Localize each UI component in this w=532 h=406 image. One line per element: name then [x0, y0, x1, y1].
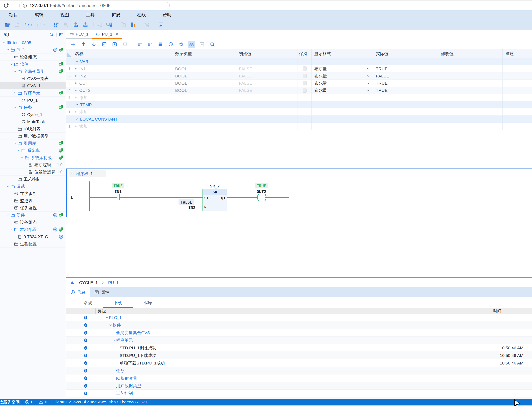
var-init-cell[interactable]: FALSE — [236, 80, 298, 87]
upload-icon[interactable] — [82, 21, 89, 28]
block-instance-name[interactable]: SR_2 — [203, 184, 227, 188]
network-header[interactable]: 程序段 1 — [69, 170, 106, 177]
var-type-cell[interactable]: BOOL — [172, 72, 236, 80]
add-variable-row[interactable]: 1添加 — [66, 123, 532, 130]
display-format-select[interactable]: 布尔量 — [312, 65, 373, 72]
coil-icon[interactable] — [256, 193, 268, 201]
var-init-cell[interactable]: FALSE — [236, 87, 298, 94]
tree-item--[interactable]: 硬件 — [0, 212, 66, 219]
chevron-down-icon[interactable] — [366, 89, 370, 92]
var-group-temp[interactable]: TEMP — [66, 101, 532, 108]
export-icon[interactable] — [111, 41, 118, 48]
tree-item-io-[interactable]: IO映射表 — [0, 125, 66, 132]
col-name[interactable]: 名称 — [72, 49, 172, 58]
breadcrumb-pu-1[interactable]: PU_1 — [108, 280, 119, 285]
var-type-cell[interactable]: BOOL — [172, 87, 236, 94]
add-variable-cell[interactable]: 添加 — [72, 94, 172, 101]
col-retain[interactable]: 保持 — [298, 49, 312, 58]
breadcrumb-cycle-1[interactable]: CYCLE_1 — [79, 280, 98, 285]
group-label-cell[interactable]: TEMP — [72, 101, 172, 108]
download-icon[interactable] — [73, 21, 79, 28]
info-row[interactable]: 用户数据类型 — [66, 382, 532, 390]
info-row[interactable]: 任务 — [66, 367, 532, 374]
menu-project[interactable]: 项目 — [9, 12, 18, 18]
delete-row-icon[interactable] — [146, 41, 153, 48]
compile-icon[interactable] — [53, 21, 59, 28]
tree-item-gvs-[interactable]: GVS一览表 — [0, 75, 66, 82]
col-datatype[interactable]: 数据类型 — [172, 49, 236, 58]
chevron-down-icon[interactable] — [109, 323, 112, 327]
info-row-label[interactable]: 全局变量集合GVS — [116, 330, 150, 335]
tree-item--[interactable]: 调试 — [0, 183, 66, 190]
subtab-compile[interactable]: 编译 — [133, 297, 163, 308]
tab-plc-1[interactable]: PLC_1 — [66, 30, 92, 39]
contact-operand[interactable]: IN1 — [112, 189, 124, 194]
retain-checkbox[interactable] — [298, 80, 312, 87]
sr-function-block[interactable]: SR S1 Q1 R — [203, 189, 227, 211]
modify-value-cell[interactable] — [438, 87, 503, 94]
chevron-down-icon[interactable] — [2, 41, 6, 44]
add-variable-cell[interactable]: 添加 — [72, 108, 172, 116]
info-row-label[interactable]: PLC_1 — [109, 315, 122, 320]
var-name-cell[interactable]: OUT — [72, 80, 172, 87]
chevron-down-icon[interactable] — [13, 70, 17, 73]
tab-info[interactable]: 信息 — [66, 287, 90, 297]
dropdown-caret-icon[interactable]: ▾ — [44, 23, 46, 26]
description-cell[interactable] — [503, 72, 532, 80]
tree-item--[interactable]: 系统库初级指令 — [0, 154, 66, 161]
add-icon[interactable] — [70, 41, 77, 48]
tree-item-0-t324-xp-c-[interactable]: 0 T324-XP-C... — [0, 233, 66, 240]
collapse-sort-icon[interactable] — [158, 21, 164, 28]
menu-extensions[interactable]: 扩展 — [111, 12, 120, 18]
retain-checkbox[interactable] — [298, 65, 312, 72]
group-label-cell[interactable]: VAR — [72, 58, 172, 65]
undo-icon[interactable] — [23, 21, 30, 28]
reload-icon[interactable] — [3, 2, 9, 9]
chevron-down-icon[interactable] — [75, 60, 79, 63]
modify-value-cell[interactable] — [438, 72, 503, 80]
var-init-cell[interactable]: FALSE — [236, 65, 298, 72]
chevron-down-icon[interactable] — [13, 106, 17, 109]
tree-item--[interactable]: 在线诊断 — [0, 190, 66, 197]
var-name-cell[interactable]: IN1 — [72, 65, 172, 72]
col-desc[interactable]: 描述 — [503, 49, 532, 58]
tree-item--[interactable]: 设备组态 — [0, 53, 66, 61]
filter-icon[interactable] — [58, 32, 63, 37]
chevron-down-icon[interactable] — [366, 67, 370, 71]
import-icon[interactable] — [101, 41, 108, 48]
var-type-cell[interactable]: BOOL — [172, 80, 236, 87]
info-row-label[interactable]: 工艺控制 — [116, 391, 133, 396]
col-format[interactable]: 显示格式 — [312, 49, 373, 58]
star-icon[interactable] — [177, 41, 185, 48]
tree-item-maintask[interactable]: MainTask — [0, 118, 66, 125]
display-format-select[interactable]: 布尔量 — [312, 87, 373, 94]
description-cell[interactable] — [503, 80, 532, 87]
chevron-down-icon[interactable] — [105, 316, 109, 319]
insert-row-icon[interactable] — [136, 41, 143, 48]
modify-value-cell[interactable] — [438, 80, 503, 87]
var-row-in2[interactable]: 2IN2BOOLFALSE布尔量FALSE — [66, 72, 532, 80]
tree-item-plc_1[interactable]: PLC_1 — [0, 46, 66, 53]
add-variable-row[interactable]: 1添加 — [66, 108, 532, 116]
var-group-local-constant[interactable]: LOCAL CONSTANT — [66, 116, 532, 123]
retain-checkbox[interactable] — [298, 87, 312, 94]
info-row[interactable]: 全局变量集合GVS — [66, 329, 532, 337]
tree-item--[interactable]: 工艺控制 — [0, 176, 66, 183]
info-row[interactable]: 软件 — [66, 321, 532, 329]
chevron-down-icon[interactable] — [13, 91, 17, 95]
chevron-down-icon[interactable] — [20, 156, 24, 159]
var-row-in1[interactable]: 1IN1BOOLFALSE布尔量TRUE — [66, 65, 532, 72]
group-label-cell[interactable]: LOCAL CONSTANT — [72, 116, 172, 123]
tree-item-cycle_1[interactable]: Cycle_1 — [0, 111, 66, 118]
menu-edit[interactable]: 编辑 — [35, 12, 44, 18]
var-init-cell[interactable]: FALSE — [236, 72, 298, 80]
description-cell[interactable] — [503, 87, 532, 94]
info-row[interactable]: 库创建管理 — [66, 397, 532, 399]
tree-item--[interactable]: 位逻辑运算1.0 — [0, 168, 66, 176]
var-name-cell[interactable]: OUT2 — [72, 87, 172, 94]
var-row-out2[interactable]: 4OUT2BOOLFALSE布尔量TRUE — [66, 87, 532, 94]
open-project-icon[interactable] — [4, 21, 10, 28]
tree-item--[interactable]: 任务 — [0, 104, 66, 111]
tree-item-pu_1[interactable]: PU_1 — [0, 97, 66, 104]
var-type-cell[interactable]: BOOL — [172, 65, 236, 72]
